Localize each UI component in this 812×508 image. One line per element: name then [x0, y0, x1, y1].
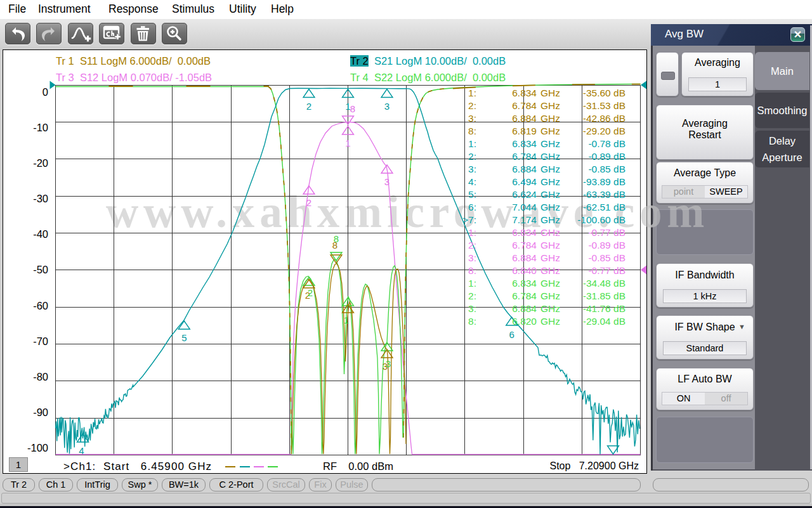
svg-text:GHz: GHz [540, 126, 560, 136]
svg-text:1:: 1: [468, 88, 476, 98]
svg-text:8:: 8: [468, 265, 476, 276]
svg-text:1: 1 [344, 315, 349, 325]
svg-text:8:: 8: [468, 126, 476, 136]
svg-text:6.834: 6.834 [512, 88, 537, 98]
svg-text:-93.89 dB: -93.89 dB [583, 176, 625, 187]
svg-text:2:: 2: [468, 100, 476, 111]
svg-text:-41.76 dB: -41.76 dB [583, 303, 625, 314]
svg-text:-100.60 dB: -100.60 dB [577, 214, 625, 225]
svg-text:4:: 4: [468, 176, 476, 187]
svg-text:-0.78 dB: -0.78 dB [588, 138, 625, 149]
svg-text:6.784: 6.784 [512, 290, 537, 301]
svg-text:5:: 5: [468, 189, 476, 200]
svg-text:6.884: 6.884 [512, 252, 537, 263]
svg-text:-31.85 dB: -31.85 dB [583, 290, 625, 301]
svg-text:3:: 3: [468, 252, 476, 263]
svg-text:>7:: >7: [462, 214, 476, 225]
svg-text:3: 3 [384, 176, 390, 187]
svg-text:2: 2 [306, 101, 311, 112]
svg-text:6.834: 6.834 [512, 227, 537, 238]
svg-text:6.784: 6.784 [512, 151, 537, 162]
svg-text:3:: 3: [468, 113, 476, 124]
svg-text:1: 1 [345, 138, 350, 148]
svg-text:6.840: 6.840 [512, 265, 537, 276]
svg-text:GHz: GHz [540, 227, 560, 238]
svg-text:-0.89 dB: -0.89 dB [588, 240, 625, 251]
svg-text:2:: 2: [468, 240, 476, 251]
svg-text:6.820: 6.820 [512, 316, 537, 327]
svg-text:GHz: GHz [540, 88, 560, 98]
svg-text:8: 8 [350, 103, 355, 114]
svg-text:GHz: GHz [540, 278, 560, 289]
svg-text:GHz: GHz [540, 113, 560, 124]
svg-text:GHz: GHz [540, 265, 560, 276]
svg-text:1:: 1: [468, 227, 476, 238]
svg-text:6.494: 6.494 [512, 176, 537, 187]
svg-text:6.884: 6.884 [512, 303, 537, 314]
svg-text:-0.77 dB: -0.77 dB [588, 265, 625, 276]
svg-text:3: 3 [384, 101, 390, 112]
svg-text:6.884: 6.884 [512, 113, 537, 124]
svg-text:3:: 3: [468, 164, 476, 174]
svg-text:1:: 1: [468, 278, 476, 289]
svg-text:7.044: 7.044 [512, 202, 537, 212]
svg-text:1:: 1: [468, 138, 476, 149]
svg-text:7.174: 7.174 [512, 214, 537, 225]
svg-text:6.784: 6.784 [512, 100, 537, 111]
svg-text:6.819: 6.819 [512, 126, 537, 136]
svg-text:GHz: GHz [540, 214, 560, 225]
svg-text:-62.51 dB: -62.51 dB [583, 202, 625, 212]
svg-text:GHz: GHz [540, 100, 560, 111]
svg-text:-35.60 dB: -35.60 dB [583, 88, 625, 98]
svg-text:GHz: GHz [540, 151, 560, 162]
svg-text:3:: 3: [468, 303, 476, 314]
svg-text:-0.89 dB: -0.89 dB [588, 151, 625, 162]
svg-text:2: 2 [308, 287, 313, 298]
svg-text:6:: 6: [468, 202, 476, 212]
svg-text:GHz: GHz [540, 290, 560, 301]
svg-text:6.834: 6.834 [512, 278, 537, 289]
svg-text:GHz: GHz [540, 164, 560, 174]
svg-text:-0.85 dB: -0.85 dB [588, 164, 625, 174]
svg-text:8: 8 [332, 240, 337, 251]
svg-text:GHz: GHz [540, 176, 560, 187]
svg-text:2: 2 [306, 197, 311, 208]
svg-text:-31.53 dB: -31.53 dB [583, 100, 625, 111]
svg-text:-0.77 dB: -0.77 dB [588, 227, 625, 238]
svg-text:GHz: GHz [540, 252, 560, 263]
svg-text:-42.86 dB: -42.86 dB [583, 113, 625, 124]
svg-text:6: 6 [509, 329, 514, 340]
svg-text:2:: 2: [468, 290, 476, 301]
svg-text:3: 3 [386, 358, 391, 369]
svg-text:-34.48 dB: -34.48 dB [583, 278, 625, 289]
svg-text:6.884: 6.884 [512, 164, 537, 174]
svg-text:GHz: GHz [540, 303, 560, 314]
svg-text:-63.39 dB: -63.39 dB [583, 189, 625, 200]
svg-text:GHz: GHz [540, 316, 560, 327]
svg-text:GHz: GHz [540, 138, 560, 149]
svg-text:-0.85 dB: -0.85 dB [588, 252, 625, 263]
svg-text:GHz: GHz [540, 202, 560, 212]
svg-text:-29.20 dB: -29.20 dB [583, 126, 625, 136]
svg-text:6.624: 6.624 [512, 189, 537, 200]
svg-text:6.784: 6.784 [512, 240, 537, 251]
svg-text:8:: 8: [468, 316, 476, 327]
svg-text:2:: 2: [468, 151, 476, 162]
svg-text:GHz: GHz [540, 240, 560, 251]
svg-text:6.834: 6.834 [512, 138, 537, 149]
svg-text:-29.04 dB: -29.04 dB [583, 316, 625, 327]
svg-text:GHz: GHz [540, 189, 560, 200]
